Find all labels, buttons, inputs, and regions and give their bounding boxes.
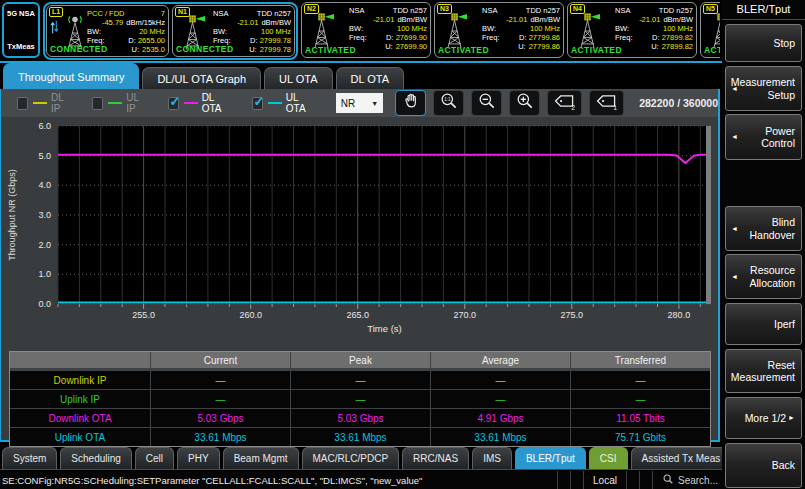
legend-item-ul-ip[interactable]: ✓ UL IP (92, 92, 146, 114)
softkey-sidebar: BLER/Tput Stop ◄Measurement Setup ◄Power… (722, 0, 805, 489)
cell-value: 33.61 Mbps (431, 428, 570, 446)
cell-status-label: CONNECTED (176, 44, 233, 54)
tab-csi[interactable]: CSI (589, 447, 628, 469)
power-control-button[interactable]: ◄Power Control (725, 114, 802, 160)
reset-measurement-button[interactable]: Reset Measurement (725, 349, 802, 393)
svg-text:1: 1 (614, 104, 618, 111)
cell-value: — (151, 371, 290, 389)
cell-info: NSATDD n257 -21.01dBm/BW BW:100 MHz Freq… (349, 6, 427, 51)
uplink-downlink-arrows-icon (50, 18, 59, 40)
system-mode-panel[interactable]: 5G NSA TxMeas (2, 2, 40, 58)
sidebar-title: BLER/Tput (722, 3, 805, 20)
tab-assisted-tx-meas[interactable]: Assisted Tx Meas (631, 447, 732, 469)
series-color-swatch (108, 102, 122, 104)
tab-ims[interactable]: IMS (472, 447, 512, 469)
zoom-in-button[interactable] (509, 90, 540, 116)
cell-info: NSATDD n257 -21.01dBm/BW BW:100 MHz Freq… (615, 6, 693, 51)
row-label-downlink-ota: Downlink OTA (10, 409, 150, 427)
resource-allocation-button[interactable]: ◄Resource Allocation (725, 254, 802, 299)
cell-value: — (571, 390, 710, 408)
measurement-tab-row: Throughput Summary DL/UL OTA Graph UL OT… (0, 63, 722, 89)
cell-panel-n4[interactable]: N4 NSATDD n257 -21.01dBm/BW BW:100 MHz F… (567, 2, 697, 58)
marker-2-icon: 2 (553, 92, 576, 115)
tab-dl-ota[interactable]: DL OTA (336, 67, 405, 89)
throughput-summary-panel: ✓ DL IP ✓ UL IP ✓ DL OTA ✓ UL OTA NR ▼ 1… (0, 89, 720, 442)
tab-scheduling[interactable]: Scheduling (60, 447, 131, 469)
cell-panel-n2[interactable]: N2 NSATDD n257 -21.01dBm/BW BW:100 MHz F… (301, 2, 431, 58)
tab-dl-ul-ota-graph[interactable]: DL/UL OTA Graph (142, 67, 261, 89)
table-corner-cell (10, 352, 150, 368)
cell-status-label: ACTIVATED (704, 45, 720, 55)
iperf-button[interactable]: Iperf (725, 303, 802, 345)
cell-panel-n3[interactable]: N3 NSATDD n257 -21.01dBm/BW BW:100 MHz F… (434, 2, 564, 58)
cell-badge: L1 (49, 7, 63, 17)
tab-beam-mgmt[interactable]: Beam Mgmt (223, 447, 299, 469)
legend-label: UL IP (126, 92, 146, 114)
row-label-downlink-ip: Downlink IP (10, 371, 150, 389)
pan-tool-button[interactable] (395, 90, 426, 116)
search-box[interactable]: Search... (652, 471, 722, 489)
x-tick-label: 270.0 (454, 310, 477, 320)
zoom-out-button[interactable] (471, 90, 502, 116)
status-segments: Local Search... (557, 471, 722, 489)
cell-panel-l1[interactable]: L1 PCC / FDD7 -45.79dBm/15kHz BW:20 MHz … (46, 5, 169, 57)
local-remote-button[interactable]: Local (583, 471, 626, 489)
series-color-swatch (268, 102, 282, 104)
system-mode-label: 5G NSA (7, 9, 35, 18)
plot-right-scrollbar[interactable] (706, 126, 711, 304)
marker-2-button[interactable]: 2 (547, 90, 582, 116)
cell-value: 11.05 Tbits (571, 409, 710, 427)
marker-1-button[interactable]: 1 (589, 90, 624, 116)
submenu-arrow-icon: ◄ (731, 131, 738, 144)
blind-handover-button[interactable]: ◄Blind Handover (725, 206, 802, 251)
checkbox-icon[interactable]: ✓ (168, 97, 179, 110)
back-button[interactable]: Back (725, 443, 802, 488)
measurement-setup-button[interactable]: ◄Measurement Setup (725, 66, 802, 111)
status-bar: SE:CONFig:NR5G:SCHeduling:SETParameter "… (0, 471, 722, 489)
tab-system[interactable]: System (2, 447, 57, 469)
x-axis-label: Time (s) (58, 323, 711, 334)
stop-button[interactable]: Stop (725, 24, 802, 62)
row-label-uplink-ip: Uplink IP (10, 390, 150, 408)
cell-panel-n5[interactable]: N5 ACTIVATED (700, 2, 720, 58)
x-tick-label: 280.0 (668, 310, 691, 320)
svg-text:1:1: 1:1 (444, 97, 451, 102)
plot-area[interactable] (58, 126, 711, 304)
status-segment (557, 471, 570, 489)
cell-status-label: ACTIVATED (305, 45, 356, 55)
cell-panel-n1[interactable]: N1 NSATDD n257 -21.01dBm/BW BW:100 MHz F… (172, 5, 295, 57)
checkbox-icon[interactable]: ✓ (92, 97, 103, 110)
zoom-reset-button[interactable]: 1:1 (433, 90, 464, 116)
tab-bler-tput[interactable]: BLER/Tput (515, 447, 586, 469)
row-label-uplink-ota: Uplink OTA (10, 428, 150, 446)
legend-item-dl-ota[interactable]: ✓ DL OTA (168, 92, 231, 114)
table-header-peak: Peak (291, 352, 430, 368)
cell-value: 75.71 Gbits (571, 428, 710, 446)
technology-dropdown[interactable]: NR ▼ (336, 93, 384, 113)
checkbox-icon[interactable]: ✓ (252, 97, 263, 110)
status-segment (639, 471, 652, 489)
tab-mac-rlc-pdcp[interactable]: MAC/RLC/PDCP (302, 447, 400, 469)
cell-value: — (291, 371, 430, 389)
tab-phy[interactable]: PHY (177, 447, 220, 469)
x-tick-label: 260.0 (239, 310, 262, 320)
more-pages-button[interactable]: More 1/2► (725, 397, 802, 439)
marker-1-icon: 1 (595, 92, 618, 115)
tab-rrc-nas[interactable]: RRC/NAS (402, 447, 469, 469)
y-tick-label: 3.0 (1, 210, 51, 220)
tab-throughput-summary[interactable]: Throughput Summary (3, 63, 139, 89)
cell-value: 5.03 Gbps (151, 409, 290, 427)
legend-item-ul-ota[interactable]: ✓ UL OTA (252, 92, 315, 114)
checkbox-icon[interactable]: ✓ (17, 97, 28, 110)
check-icon: ✓ (170, 94, 181, 109)
tab-ul-ota[interactable]: UL OTA (264, 67, 333, 89)
tx-meas-label: TxMeas (7, 42, 35, 51)
legend-label: DL OTA (202, 92, 231, 114)
submenu-arrow-icon: ◄ (731, 82, 738, 95)
cell-info: NSATDD n257 -21.01dBm/BW BW:100 MHz Freq… (482, 6, 560, 51)
tab-cell[interactable]: Cell (135, 447, 174, 469)
y-tick-label: 0.0 (1, 299, 51, 309)
table-header-average: Average (431, 352, 570, 368)
legend-item-dl-ip[interactable]: ✓ DL IP (17, 92, 71, 114)
y-tick-label: 1.0 (1, 269, 51, 279)
